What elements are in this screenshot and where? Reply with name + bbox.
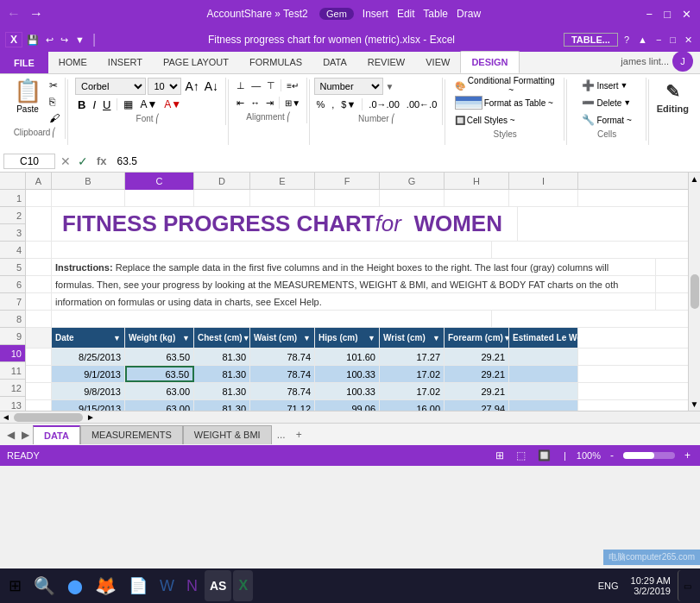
- cell-e8[interactable]: Waist (cm) ▼: [250, 328, 315, 348]
- comma-button[interactable]: ,: [329, 97, 337, 112]
- percent-button[interactable]: %: [314, 97, 328, 112]
- cut-button[interactable]: ✂: [47, 78, 62, 93]
- number-expand-icon[interactable]: ⎛: [391, 114, 395, 123]
- function-icon[interactable]: fx: [97, 154, 107, 167]
- align-bottom-button[interactable]: ⊤: [264, 78, 278, 93]
- cell-c11[interactable]: 63.00: [125, 383, 194, 399]
- tab-page-layout[interactable]: PAGE LAYOUT: [153, 51, 239, 73]
- tab-insert[interactable]: INSERT: [98, 51, 153, 73]
- cell-a8[interactable]: [26, 328, 52, 348]
- conditional-formatting-button[interactable]: 🎨 Conditional Formatting ~: [452, 78, 558, 93]
- tab-formulas[interactable]: FORMULAS: [239, 51, 312, 73]
- col-b[interactable]: B: [52, 173, 125, 190]
- align-right-button[interactable]: ⇥: [263, 95, 276, 110]
- page-layout-view-button[interactable]: ⬚: [514, 449, 528, 462]
- align-left-button[interactable]: ⇤: [234, 95, 247, 110]
- excel-minimize[interactable]: −: [653, 34, 664, 46]
- excel-restore[interactable]: □: [667, 34, 678, 46]
- sheet-tab-measurements[interactable]: MEASUREMENTS: [80, 425, 183, 444]
- cell-g1[interactable]: [380, 190, 445, 206]
- bold-button[interactable]: B: [75, 97, 88, 112]
- align-center-button[interactable]: ↔: [248, 95, 262, 110]
- cell-a12[interactable]: [26, 400, 52, 411]
- table-menu[interactable]: Table: [423, 8, 448, 20]
- col-a[interactable]: A: [26, 173, 52, 190]
- taskbar-firefox-button[interactable]: 🦊: [90, 570, 122, 601]
- cell-a11[interactable]: [26, 383, 52, 399]
- cell-b1[interactable]: [52, 190, 125, 206]
- scroll-right-button[interactable]: ►: [85, 411, 97, 424]
- cell-d11[interactable]: 81.30: [194, 383, 250, 399]
- h-scroll-thumb[interactable]: [14, 413, 83, 422]
- sheet-next-button[interactable]: ▶: [18, 427, 33, 443]
- cell-c8[interactable]: Weight (kg) ▼: [125, 328, 194, 348]
- cell-b5[interactable]: formulas. Then, see your progress by loo…: [52, 276, 656, 292]
- col-f[interactable]: F: [315, 173, 380, 190]
- cell-b7[interactable]: [52, 311, 492, 327]
- sheet-tab-data[interactable]: DATA: [33, 425, 80, 444]
- cell-h11[interactable]: 29.21: [445, 383, 509, 399]
- cell-b9[interactable]: 8/25/2013: [52, 349, 125, 365]
- scroll-up-button[interactable]: ▲: [689, 173, 700, 185]
- cell-h8[interactable]: Forearm (cm) ▼: [445, 328, 509, 348]
- font-increase-button[interactable]: A↑: [183, 79, 200, 94]
- cell-d9[interactable]: 81.30: [194, 349, 250, 365]
- tab-review[interactable]: REVIEW: [357, 51, 415, 73]
- cell-c9[interactable]: 63.50: [125, 349, 194, 365]
- col-h[interactable]: H: [445, 173, 509, 190]
- scroll-left-button[interactable]: ◄: [0, 411, 12, 424]
- col-c[interactable]: C: [125, 173, 194, 190]
- excel-ribbon-toggle[interactable]: ▲: [635, 34, 650, 46]
- cell-d1[interactable]: [194, 190, 250, 206]
- taskbar-acrobat-button[interactable]: 📄: [123, 570, 153, 601]
- cell-styles-button[interactable]: 🔲 Cell Styles ~: [452, 112, 558, 128]
- cell-g11[interactable]: 17.02: [380, 383, 445, 399]
- delete-cells-button[interactable]: ➖ Delete ▼: [579, 95, 634, 110]
- currency-button[interactable]: $▼: [338, 97, 358, 112]
- cell-g9[interactable]: 17.27: [380, 349, 445, 365]
- draw-menu[interactable]: Draw: [457, 8, 481, 20]
- cell-e9[interactable]: 78.74: [250, 349, 315, 365]
- excel-close[interactable]: ✕: [682, 34, 695, 47]
- col-e[interactable]: E: [250, 173, 315, 190]
- cell-a7[interactable]: [26, 311, 52, 327]
- cell-h10[interactable]: 29.21: [445, 366, 509, 382]
- cell-e1[interactable]: [250, 190, 315, 206]
- zoom-slider[interactable]: [623, 452, 675, 459]
- font-decrease-button[interactable]: A↓: [203, 79, 220, 94]
- edit-menu[interactable]: Edit: [397, 8, 415, 20]
- zoom-out-button[interactable]: -: [608, 449, 616, 462]
- taskbar-accountshare-button[interactable]: AS: [205, 570, 231, 601]
- col-g[interactable]: G: [380, 173, 445, 190]
- cell-f12[interactable]: 99.06: [315, 400, 380, 411]
- cell-f11[interactable]: 100.33: [315, 383, 380, 399]
- horizontal-scrollbar[interactable]: ◄ ►: [0, 411, 700, 423]
- sheet-tab-weight-bmi[interactable]: WEIGHT & BMI: [183, 425, 272, 444]
- cell-a2[interactable]: [26, 207, 52, 241]
- vertical-scrollbar[interactable]: ▲ ▼: [688, 173, 700, 411]
- undo-button[interactable]: ↩: [43, 34, 56, 47]
- zoom-in-button[interactable]: +: [682, 449, 693, 462]
- alignment-expand-icon[interactable]: ⎛: [287, 112, 291, 122]
- taskbar-search-button[interactable]: 🔍: [28, 570, 60, 601]
- cell-b10[interactable]: 9/1/2013: [52, 366, 125, 382]
- align-top-button[interactable]: ⊥: [234, 78, 248, 93]
- cell-b12[interactable]: 9/15/2013: [52, 400, 125, 411]
- page-break-view-button[interactable]: 🔲: [535, 449, 553, 462]
- decimal-decrease-button[interactable]: .00←.0: [404, 97, 439, 112]
- cell-f9[interactable]: 101.60: [315, 349, 380, 365]
- cell-a4[interactable]: [26, 259, 52, 275]
- fill-color-button[interactable]: A▼: [137, 97, 160, 112]
- scroll-down-button[interactable]: ▼: [689, 398, 700, 411]
- sheet-prev-button[interactable]: ◀: [3, 427, 18, 443]
- number-format-select[interactable]: Number: [314, 78, 383, 95]
- show-desktop-button[interactable]: ▭: [678, 570, 697, 601]
- decimal-increase-button[interactable]: .0→.00: [366, 97, 401, 112]
- paste-button[interactable]: 📋 Paste: [10, 78, 45, 114]
- format-cells-button[interactable]: 🔧 Format ~: [579, 112, 634, 128]
- formula-cancel-icon[interactable]: ✕: [60, 154, 71, 168]
- cell-f8[interactable]: Hips (cm) ▼: [315, 328, 380, 348]
- cell-g10[interactable]: 17.02: [380, 366, 445, 382]
- clipboard-expand-icon[interactable]: ⎛: [52, 128, 56, 137]
- cell-f10[interactable]: 100.33: [315, 366, 380, 382]
